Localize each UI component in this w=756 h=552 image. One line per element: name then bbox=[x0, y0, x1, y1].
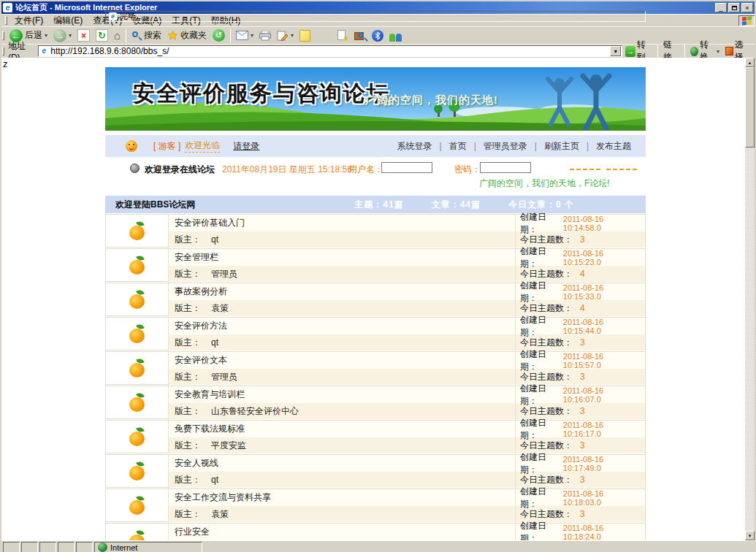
forum-page: 安全评价服务与咨询论坛 广阔的空间，我们的天地! [ 游客 ] 欢迎光临 请登录… bbox=[105, 67, 646, 540]
forum-row: 行业安全 版主： 创建日期： 2011-08-16 10:18:24.0 今日主… bbox=[105, 523, 646, 540]
menu-file[interactable]: 文件(F) bbox=[9, 14, 48, 28]
forum-title-link[interactable]: 安全管理栏 bbox=[175, 251, 218, 264]
forum-title-link[interactable]: 事故案例分析 bbox=[175, 285, 227, 298]
messenger-button[interactable] bbox=[386, 28, 405, 44]
today-value: 3 bbox=[580, 475, 585, 485]
banner-slogan: 广阔的空间，我们的天地! bbox=[365, 93, 498, 107]
forum-title-link[interactable]: 安全评价基础入门 bbox=[175, 217, 245, 229]
internet-zone-icon bbox=[98, 543, 107, 552]
password-input[interactable] bbox=[480, 162, 531, 173]
forum-icon-cell bbox=[106, 489, 169, 521]
home-button[interactable]: ⌂ bbox=[111, 28, 123, 44]
forum-icon-cell bbox=[106, 352, 169, 384]
username-label: 用户名： bbox=[348, 164, 383, 176]
forward-button[interactable]: → ▾ bbox=[50, 28, 75, 44]
username-input[interactable] bbox=[381, 162, 432, 173]
mail-button[interactable]: ▾ bbox=[233, 28, 256, 44]
forum-title-link[interactable]: 安全评价文本 bbox=[175, 354, 227, 367]
page-icon: e bbox=[39, 47, 48, 55]
scroll-up-icon[interactable]: ▲ bbox=[745, 58, 755, 67]
forum-title-link[interactable]: 行业安全 bbox=[175, 526, 210, 538]
address-input[interactable] bbox=[48, 46, 610, 56]
vertical-scrollbar[interactable]: ▲ ▼ bbox=[745, 58, 755, 540]
nav-system-login[interactable]: 系统登录 bbox=[390, 140, 440, 153]
print-button[interactable] bbox=[256, 28, 274, 44]
bluetooth-button[interactable] bbox=[369, 28, 386, 44]
edit-button[interactable]: ▾ bbox=[274, 28, 297, 44]
nav-admin-login[interactable]: 管理员登录 bbox=[476, 140, 535, 153]
forum-row: 安全管理栏 版主： 管理员 创建日期： 2011-08-16 10:15:23.… bbox=[105, 248, 646, 282]
forum-title-link[interactable]: 安全工作交流与资料共享 bbox=[175, 491, 271, 504]
address-separator bbox=[657, 44, 658, 58]
favorites-button[interactable]: 收藏夹 bbox=[164, 28, 210, 44]
refresh-button[interactable]: ↻ bbox=[93, 28, 111, 44]
go-button[interactable]: → 转到 bbox=[622, 45, 655, 58]
back-dropdown-icon[interactable]: ▾ bbox=[45, 32, 47, 39]
forum-title-link[interactable]: 安全评价方法 bbox=[175, 320, 227, 332]
moderator-name: qt bbox=[211, 337, 218, 348]
moderator-label: 版主： bbox=[175, 474, 201, 486]
address-dropdown-icon[interactable]: ▾ bbox=[610, 46, 621, 56]
board-title: 欢迎登陆BBS论坛网 bbox=[115, 199, 195, 211]
forum-row: 安全教育与培训栏 版主： 山东鲁轻安全评价中心 创建日期： 2011-08-16… bbox=[105, 386, 646, 419]
menu-edit[interactable]: 编辑(E) bbox=[48, 14, 88, 28]
forum-meta-cell: 创建日期： 2011-08-16 10:15:23.0 今日主题数： 4 bbox=[516, 249, 645, 281]
history-button[interactable]: ↺ bbox=[210, 28, 228, 44]
dashed-link-icon[interactable] bbox=[606, 169, 637, 170]
forum-row: 安全人视线 版主： qt 创建日期： 2011-08-16 10:17:49.0… bbox=[105, 454, 646, 488]
forum-title-link[interactable]: 免费下载法规标准 bbox=[175, 423, 245, 435]
forum-icon-cell bbox=[106, 318, 169, 350]
forum-icon-cell bbox=[106, 386, 169, 418]
edit-icon bbox=[277, 31, 289, 41]
smiley-icon bbox=[126, 140, 137, 152]
created-label: 创建日期： bbox=[520, 211, 563, 236]
created-label: 创建日期： bbox=[520, 520, 563, 541]
forum-title-link[interactable]: 安全教育与培训栏 bbox=[175, 388, 245, 401]
grip-handle[interactable] bbox=[2, 31, 4, 40]
search-icon bbox=[131, 31, 142, 41]
forward-dropdown-icon[interactable]: ▾ bbox=[69, 32, 72, 39]
dashed-link-icon[interactable] bbox=[570, 169, 600, 170]
select-button[interactable]: 选择 bbox=[722, 45, 753, 58]
forum-row: 安全评价方法 版主： qt 创建日期： 2011-08-16 10:15:44.… bbox=[105, 317, 646, 350]
mail-dropdown-icon[interactable]: ▾ bbox=[251, 32, 253, 39]
grip-handle[interactable] bbox=[5, 16, 7, 25]
created-label: 创建日期： bbox=[520, 383, 563, 407]
created-label: 创建日期： bbox=[520, 280, 563, 304]
login-link[interactable]: 请登录 bbox=[233, 140, 259, 153]
bluetooth-icon bbox=[372, 30, 383, 42]
restore-button[interactable] bbox=[728, 3, 740, 12]
today-value: 3 bbox=[580, 509, 585, 519]
moderator-name: 袁策 bbox=[211, 302, 229, 315]
today-label: 今日主题数： bbox=[520, 405, 573, 418]
comment-icon bbox=[130, 164, 140, 173]
nav-post-topic[interactable]: 发布主题 bbox=[589, 140, 638, 153]
stop-button[interactable]: × bbox=[75, 28, 93, 44]
forum-meta-cell: 创建日期： 2011-08-16 10:16:17.0 今日主题数： 3 bbox=[516, 421, 645, 453]
add-favorite-button[interactable]: ★ bbox=[334, 28, 351, 44]
links-button[interactable]: 链接 bbox=[660, 45, 682, 58]
scroll-down-icon[interactable]: ▼ bbox=[745, 531, 755, 540]
nav-home[interactable]: 首页 bbox=[442, 140, 474, 153]
today-value: 3 bbox=[580, 372, 585, 382]
close-button[interactable]: × bbox=[741, 3, 753, 12]
forum-title-link[interactable]: 安全人视线 bbox=[175, 457, 218, 469]
created-value: 2011-08-16 10:18:03.0 bbox=[563, 489, 642, 507]
edit-dropdown-icon[interactable]: ▾ bbox=[291, 32, 294, 39]
created-value: 2011-08-16 10:18:24.0 bbox=[563, 524, 642, 541]
forum-icon-cell bbox=[106, 524, 169, 540]
convert-button[interactable]: 转换 ▾ bbox=[687, 45, 722, 58]
moderator-name: 平度安监 bbox=[211, 440, 246, 452]
nav-refresh-home[interactable]: 刷新主页 bbox=[537, 140, 587, 153]
moderator-label: 版主： bbox=[175, 440, 201, 452]
guest-badge: [ 游客 ] bbox=[153, 140, 180, 153]
notes-button[interactable] bbox=[297, 28, 313, 44]
research-button[interactable] bbox=[351, 28, 369, 44]
created-label: 创建日期： bbox=[520, 417, 563, 442]
grip-handle[interactable] bbox=[2, 47, 4, 55]
search-button[interactable]: 搜索 bbox=[129, 28, 164, 44]
convert-dropdown-icon[interactable]: ▾ bbox=[717, 48, 719, 55]
minimize-button[interactable]: _ bbox=[715, 3, 727, 12]
scrollbar-thumb[interactable] bbox=[745, 67, 755, 147]
mail-icon bbox=[236, 31, 248, 40]
